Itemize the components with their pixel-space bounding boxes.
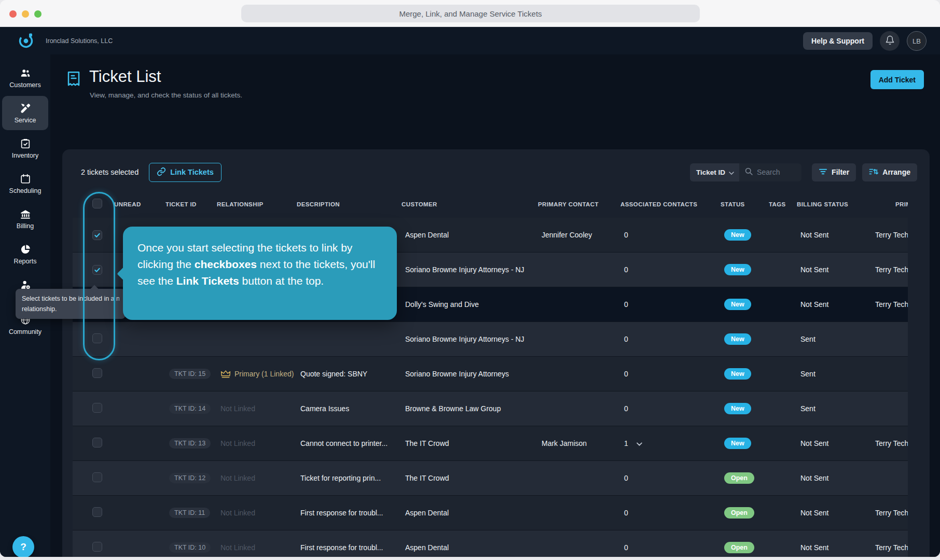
description-cell: Cannot connect to printer...	[297, 439, 402, 447]
billing-icon	[19, 208, 31, 220]
primary-tech-cell: Terry Techn	[872, 231, 908, 239]
column-header-customer[interactable]: CUSTOMER	[402, 201, 538, 207]
sidebar-item-service[interactable]: Service	[2, 96, 48, 130]
table-row[interactable]: Soriano Browne Injury Attorneys - NJ0New…	[73, 322, 908, 357]
column-header-status[interactable]: STATUS	[721, 201, 769, 207]
link-icon	[157, 167, 166, 178]
primary-contact-cell: Jennifer Cooley	[538, 231, 620, 239]
status-cell: New	[721, 403, 769, 414]
sidebar-item-label: Service	[15, 117, 36, 124]
company-name: Ironclad Solutions, LLC	[46, 27, 113, 54]
associated-contacts-cell: 0	[620, 474, 721, 482]
customer-cell: Dolly's Swing and Dive	[402, 300, 538, 309]
column-header-primary-contact[interactable]: PRIMARY CONTACT	[538, 201, 620, 207]
table-row[interactable]: TKT ID: 14Not LinkedCamera IssuesBrowne …	[73, 391, 908, 426]
app-logo-icon[interactable]	[17, 32, 35, 50]
ticket-id-cell: TKT ID: 10	[165, 542, 217, 553]
browser-tab[interactable]: Merge, Link, and Manage Service Tickets	[241, 5, 700, 22]
window-minimize-button[interactable]	[22, 10, 29, 18]
ticket-id-cell: TKT ID: 12	[165, 473, 217, 483]
row-checkbox[interactable]	[92, 542, 102, 552]
column-header-billing-status[interactable]: BILLING STATUS	[797, 201, 872, 207]
scheduling-icon	[19, 173, 31, 185]
billing-status-cell: Sent	[797, 404, 872, 413]
screen: Merge, Link, and Manage Service Tickets …	[0, 0, 940, 560]
customer-cell: Browne & Browne Law Group	[402, 404, 538, 413]
column-header-relationship[interactable]: RELATIONSHIP	[217, 201, 297, 207]
table-row[interactable]: TKT ID: 10Not LinkedFirst response for t…	[73, 530, 908, 557]
row-checkbox[interactable]	[92, 403, 102, 413]
description-cell: Quote signed: SBNY	[297, 370, 402, 378]
associated-contacts-cell: 0	[620, 231, 721, 239]
sidebar-item-customers[interactable]: Customers	[2, 61, 48, 95]
row-checkbox[interactable]	[92, 472, 102, 482]
table-row[interactable]: TKT ID: 15Primary (1 Linked)Quote signed…	[73, 357, 908, 391]
app-header: Ironclad Solutions, LLC Help & Support L…	[0, 27, 940, 54]
status-cell: Open	[721, 472, 769, 484]
search-input[interactable]: Search	[739, 163, 801, 181]
associated-contacts-cell: 0	[620, 404, 721, 413]
customer-cell: Soriano Browne Injury Attorneys - NJ	[402, 335, 538, 343]
sidebar-item-reports[interactable]: Reports	[2, 237, 48, 271]
status-cell: Open	[721, 542, 769, 553]
associated-contacts-cell: 0	[620, 543, 721, 552]
column-header-description[interactable]: DESCRIPTION	[297, 201, 402, 207]
status-badge: New	[724, 264, 751, 275]
sidebar-item-billing[interactable]: Billing	[2, 202, 48, 236]
status-cell: New	[721, 299, 769, 310]
ticket-id-badge: TKT ID: 15	[169, 369, 211, 379]
status-cell: New	[721, 333, 769, 345]
column-header-tags[interactable]: TAGS	[769, 201, 797, 207]
row-checkbox[interactable]	[92, 368, 102, 378]
column-header-ticket-id[interactable]: TICKET ID	[165, 201, 217, 207]
inventory-icon	[19, 137, 31, 149]
link-tickets-button[interactable]: Link Tickets	[149, 163, 222, 182]
status-badge: Open	[724, 472, 754, 484]
column-header-unread[interactable]: UNREAD	[114, 201, 165, 207]
primary-contact-cell: Mark Jamison	[538, 439, 620, 447]
associated-contacts-cell[interactable]: 1	[620, 439, 721, 447]
table-header-row: UNREADTICKET IDRELATIONSHIPDESCRIPTIONCU…	[73, 195, 908, 214]
status-badge: New	[724, 438, 751, 449]
sidebar-item-scheduling[interactable]: Scheduling	[2, 166, 48, 201]
relationship-cell: Not Linked	[217, 509, 297, 517]
customers-icon	[19, 67, 31, 79]
add-ticket-button[interactable]: Add Ticket	[870, 70, 924, 89]
ticket-id-cell: TKT ID: 14	[165, 403, 217, 414]
filter-button[interactable]: Filter	[812, 163, 856, 181]
sidebar-item-inventory[interactable]: Inventory	[2, 131, 48, 165]
search-icon	[744, 167, 753, 178]
status-badge: Open	[724, 507, 754, 519]
window-close-button[interactable]	[9, 10, 17, 18]
user-avatar[interactable]: LB	[907, 31, 927, 51]
ticket-id-badge: TKT ID: 10	[169, 542, 211, 553]
description-cell: Camera Issues	[297, 404, 402, 413]
associated-contacts-cell: 0	[620, 300, 721, 309]
relationship-cell: Not Linked	[217, 543, 297, 552]
status-badge: New	[724, 299, 751, 310]
relationship-cell: Primary (1 Linked)	[217, 370, 297, 379]
sidebar-item-label: Reports	[14, 258, 37, 265]
ticket-id-badge: TKT ID: 14	[169, 403, 211, 414]
row-checkbox[interactable]	[92, 438, 102, 447]
status-cell: Open	[721, 507, 769, 519]
customer-cell: Aspen Dental	[402, 231, 538, 239]
status-badge: New	[724, 403, 751, 414]
floating-help-button[interactable]: ?	[12, 536, 34, 557]
window-zoom-button[interactable]	[34, 10, 42, 18]
table-row[interactable]: TKT ID: 11Not LinkedFirst response for t…	[73, 496, 908, 530]
row-checkbox[interactable]	[92, 507, 102, 517]
help-support-button[interactable]: Help & Support	[803, 32, 873, 50]
column-header-associated-contacts[interactable]: ASSOCIATED CONTACTS	[620, 201, 721, 207]
ticket-id-badge: TKT ID: 12	[169, 473, 211, 483]
associated-contacts-cell: 0	[620, 335, 721, 343]
customer-cell: Soriano Browne Injury Attorneys - NJ	[402, 265, 538, 274]
checkbox-column-highlight	[83, 192, 115, 360]
notifications-button[interactable]	[880, 31, 900, 51]
bell-icon	[885, 35, 895, 47]
arrange-button[interactable]: Arrange	[862, 163, 917, 181]
search-field-selector[interactable]: Ticket ID	[690, 163, 739, 181]
table-row[interactable]: TKT ID: 13Not LinkedCannot connect to pr…	[73, 426, 908, 461]
column-header-primary-tech[interactable]: PRIMARY TECH	[872, 201, 908, 207]
table-row[interactable]: TKT ID: 12Not LinkedTicket for reporting…	[73, 461, 908, 496]
